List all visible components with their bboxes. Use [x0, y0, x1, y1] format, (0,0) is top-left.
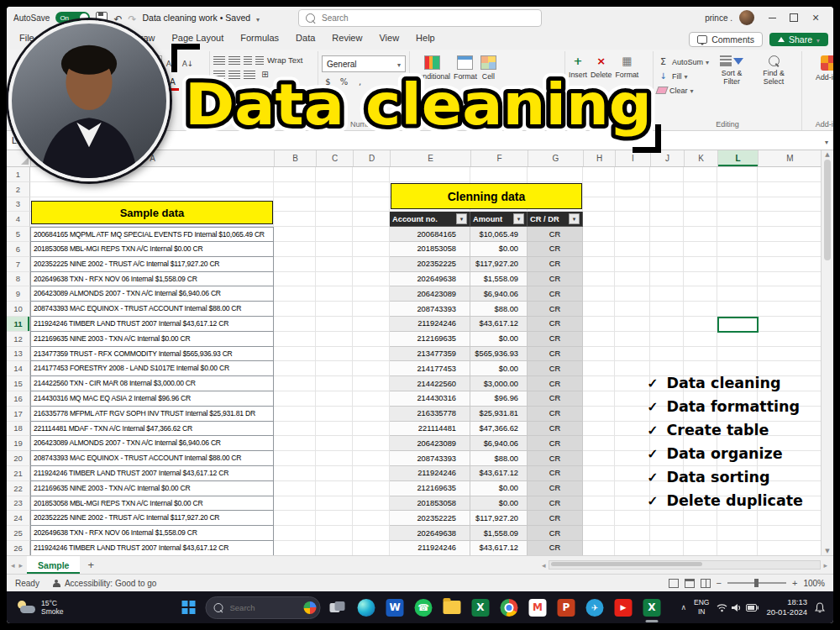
row-header-25[interactable]: 25	[7, 526, 30, 541]
chrome-icon[interactable]	[498, 596, 521, 619]
cell-G8[interactable]: CR	[528, 272, 583, 287]
cell-D12[interactable]	[353, 332, 390, 347]
cell-F11[interactable]: $43,617.12	[470, 317, 528, 332]
cell-K7[interactable]	[684, 257, 717, 272]
fill-button[interactable]: Fill	[657, 70, 709, 82]
cell-K12[interactable]	[684, 332, 717, 347]
cell-M7[interactable]	[758, 257, 821, 272]
cell-H2[interactable]	[583, 182, 615, 197]
cell-C20[interactable]	[316, 451, 353, 466]
office-search[interactable]	[298, 9, 542, 27]
cell-F4[interactable]: Amount▾	[470, 212, 528, 227]
cell-L10[interactable]	[717, 302, 758, 317]
cell-I17[interactable]	[615, 407, 650, 422]
cell-E18[interactable]: 221114481	[390, 422, 470, 437]
cell-E17[interactable]: 216335778	[390, 407, 470, 422]
file-explorer-icon[interactable]	[441, 596, 464, 619]
row-header-1[interactable]: 1	[7, 167, 30, 182]
normal-view-icon[interactable]	[669, 579, 679, 588]
cell-I3[interactable]	[615, 197, 650, 213]
cell-D19[interactable]	[353, 436, 390, 451]
tray-icons[interactable]	[717, 603, 759, 612]
cell-J4[interactable]	[650, 212, 684, 227]
row-header-4[interactable]: 4	[7, 212, 30, 227]
document-title[interactable]: Data cleaning work • Saved	[143, 13, 251, 23]
cell-F16[interactable]: $96.96	[470, 391, 528, 407]
cell-C7[interactable]	[316, 257, 353, 272]
cell-F12[interactable]: $0.00	[470, 332, 528, 347]
row-header-11[interactable]: 11	[7, 317, 30, 332]
cell-K5[interactable]	[684, 227, 717, 242]
cell-B3[interactable]	[274, 197, 316, 213]
cell-B13[interactable]	[274, 347, 316, 362]
row-header-3[interactable]: 3	[7, 197, 30, 213]
sheet-nav-right-icon[interactable]: ▸	[19, 556, 24, 574]
cell-C2[interactable]	[316, 182, 353, 197]
cell-A2[interactable]	[30, 182, 274, 197]
cell-A8[interactable]: 202649638 TXN - RFX NOV 06 Internal $1,5…	[30, 272, 274, 287]
cell-E16[interactable]: 214430316	[390, 391, 470, 407]
cell-M24[interactable]	[758, 511, 821, 526]
cell-J12[interactable]	[650, 332, 684, 347]
zoom-slider-thumb[interactable]	[754, 579, 759, 587]
cell-G21[interactable]: CR	[528, 466, 583, 481]
wrap-text-button[interactable]: Wrap Text	[255, 55, 302, 65]
cell-H21[interactable]	[583, 466, 615, 481]
cell-J3[interactable]	[650, 197, 684, 213]
cell-K11[interactable]	[684, 317, 717, 332]
cell-H14[interactable]	[583, 361, 615, 376]
row-header-13[interactable]: 13	[7, 347, 30, 362]
cell-I10[interactable]	[615, 302, 650, 317]
row-header-9[interactable]: 9	[7, 286, 30, 302]
cell-F6[interactable]: $0.00	[470, 242, 528, 257]
align-middle-icon[interactable]	[228, 56, 240, 65]
align-center-icon[interactable]	[228, 71, 240, 79]
cell-D2[interactable]	[353, 182, 390, 197]
cell-J5[interactable]	[650, 227, 684, 242]
merge-center-icon[interactable]	[259, 68, 271, 81]
cell-C10[interactable]	[316, 302, 353, 317]
cell-D5[interactable]	[353, 227, 390, 242]
taskbar-search[interactable]	[206, 596, 321, 619]
cell-B24[interactable]	[274, 511, 316, 526]
cell-C1[interactable]	[316, 167, 353, 182]
cell-D8[interactable]	[353, 272, 390, 287]
cell-I14[interactable]	[615, 361, 650, 376]
cell-D17[interactable]	[353, 407, 390, 422]
cell-A9[interactable]: 206423089 ALMONDS 2007 - TXN A/C Interna…	[30, 286, 274, 302]
row-header-6[interactable]: 6	[7, 242, 30, 257]
cell-I4[interactable]	[615, 212, 650, 227]
cell-H20[interactable]	[583, 451, 615, 466]
cell-E25[interactable]: 202649638	[390, 526, 470, 541]
vertical-scrollbar[interactable]: ▲ ▼	[821, 150, 833, 555]
taskbar-search-input[interactable]	[228, 602, 291, 613]
row-header-22[interactable]: 22	[7, 481, 30, 496]
cell-I9[interactable]	[615, 286, 650, 302]
cell-I16[interactable]	[615, 391, 650, 407]
cell-F22[interactable]: $0.00	[470, 481, 528, 496]
cell-K9[interactable]	[684, 286, 717, 302]
filter-dropdown-icon[interactable]: ▾	[456, 213, 467, 224]
cell-D11[interactable]	[353, 317, 390, 332]
hidden-icons-chevron[interactable]: ∧	[680, 603, 686, 612]
cell-C18[interactable]	[316, 422, 353, 437]
align-left-icon[interactable]	[213, 71, 225, 79]
cell-I5[interactable]	[615, 227, 650, 242]
cell-styles-button[interactable]: Cell	[480, 51, 496, 81]
cell-M5[interactable]	[758, 227, 821, 242]
cell-E23[interactable]: 201853058	[390, 496, 470, 512]
accessibility-status[interactable]: Accessibility: Good to go	[53, 579, 157, 588]
cell-J13[interactable]	[650, 347, 684, 362]
cell-I7[interactable]	[615, 257, 650, 272]
ribbon-tab-view[interactable]: View	[371, 29, 407, 50]
user-avatar[interactable]	[739, 10, 754, 25]
cell-L25[interactable]	[717, 526, 758, 541]
cell-B6[interactable]	[274, 242, 316, 257]
row-header-8[interactable]: 8	[7, 272, 30, 287]
cell-M25[interactable]	[758, 526, 821, 541]
cell-H1[interactable]	[583, 167, 615, 182]
page-break-view-icon[interactable]	[701, 579, 711, 588]
taskbar-weather[interactable]: 15°C Smoke	[7, 599, 73, 616]
cell-G19[interactable]: CR	[528, 436, 583, 451]
cell-A21[interactable]: 211924246 TIMBER LAND TRUST 2007 Interna…	[30, 466, 274, 481]
